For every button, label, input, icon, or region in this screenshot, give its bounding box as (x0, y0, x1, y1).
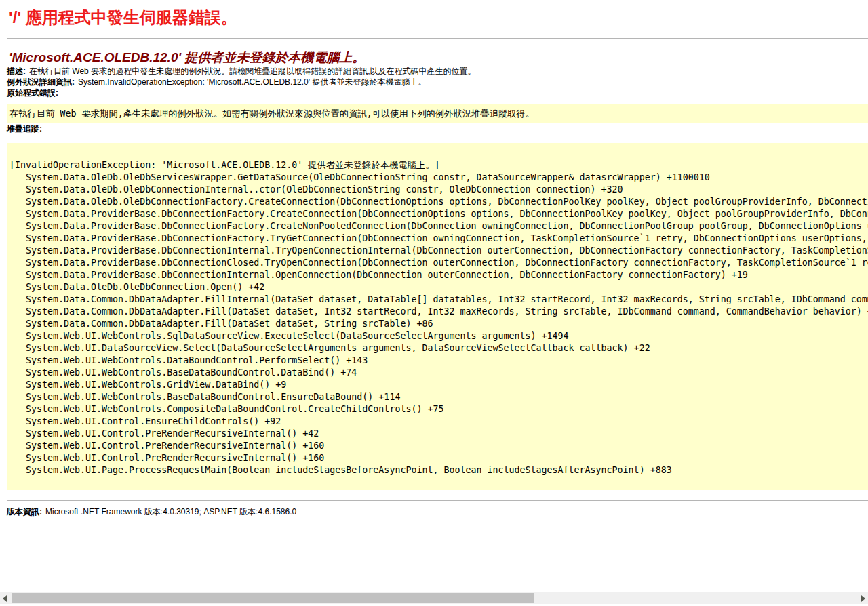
version-info-label: 版本資訊: (7, 507, 42, 517)
exception-details-text: System.InvalidOperationException: 'Micro… (78, 77, 426, 87)
footer-divider (7, 500, 868, 501)
scroll-right-arrow-icon (861, 595, 865, 602)
source-error-box: 在執行目前 Web 要求期間,產生未處理的例外狀況。如需有關例外狀況來源與位置的… (7, 104, 868, 123)
exception-details-line: 例外狀況詳細資訊:System.InvalidOperationExceptio… (7, 77, 868, 87)
source-error-message: 在執行目前 Web 要求期間,產生未處理的例外狀況。如需有關例外狀況來源與位置的… (7, 104, 868, 123)
version-info-text: Microsoft .NET Framework 版本:4.0.30319; A… (45, 507, 296, 517)
page-title: '/' 應用程式中發生伺服器錯誤。 (9, 8, 868, 28)
stack-trace-text: [InvalidOperationException: 'Microsoft.A… (7, 143, 868, 490)
stack-trace-label: 堆疊追蹤: (7, 124, 42, 134)
error-subtitle: 'Microsoft.ACE.OLEDB.12.0' 提供者並未登錄於本機電腦上… (9, 49, 868, 66)
title-divider (7, 38, 868, 39)
version-info-line: 版本資訊:Microsoft .NET Framework 版本:4.0.303… (7, 506, 868, 517)
description-label: 描述: (7, 66, 26, 76)
scroll-left-button[interactable] (0, 592, 12, 604)
scrollbar-thumb[interactable] (12, 593, 534, 603)
horizontal-scrollbar[interactable] (0, 592, 868, 604)
exception-details-label: 例外狀況詳細資訊: (7, 77, 75, 87)
description-line: 描述:在執行目前 Web 要求的過程中發生未處理的例外狀況。請檢閱堆疊追蹤以取得… (7, 66, 868, 77)
source-error-heading: 原始程式錯誤: (7, 87, 868, 98)
stack-trace-heading: 堆疊追蹤: (7, 123, 868, 134)
stack-trace-box: [InvalidOperationException: 'Microsoft.A… (7, 143, 868, 490)
error-page: '/' 應用程式中發生伺服器錯誤。 'Microsoft.ACE.OLEDB.1… (0, 8, 868, 517)
description-text: 在執行目前 Web 要求的過程中發生未處理的例外狀況。請檢閱堆疊追蹤以取得錯誤的… (29, 66, 475, 76)
source-error-label: 原始程式錯誤: (7, 88, 58, 98)
scroll-left-arrow-icon (3, 595, 7, 602)
scroll-right-button[interactable] (856, 592, 868, 604)
